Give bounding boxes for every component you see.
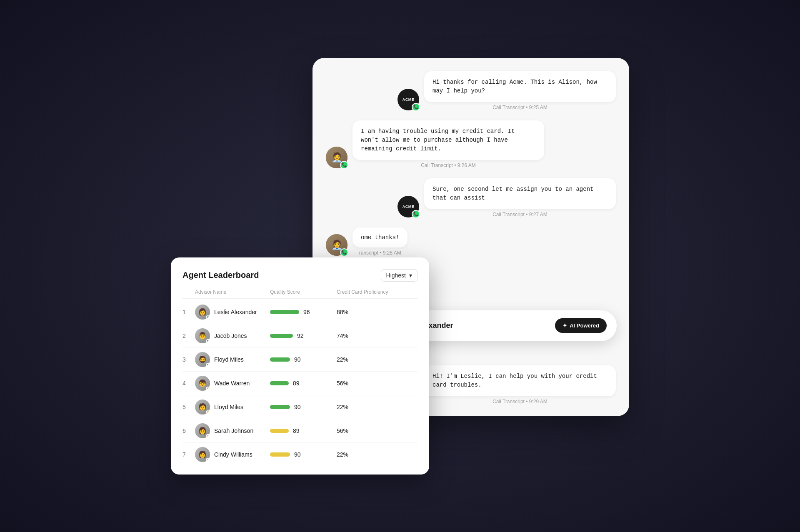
agent-rank-3: 3	[182, 356, 195, 363]
score-number-6: 89	[293, 427, 300, 434]
message-wrap-3: Sure, one second let me assign you to an…	[424, 178, 616, 217]
ai-powered-badge: ✦ AI Powered	[555, 318, 607, 333]
col-rank	[182, 289, 195, 295]
leaderboard-row: 7 👩 Cindy Williams 90 22%	[182, 443, 418, 466]
user-avatar-1: 🧑‍💼 📞	[326, 147, 348, 168]
message-wrap-4: ome thanks! ranscript • 9:28 AM	[352, 227, 408, 256]
col-score: Quality Score	[270, 289, 337, 295]
leaderboard-row: 1 👩 Leslie Alexander 96 88%	[182, 300, 418, 324]
agent-info-3: 🧔 Floyd Miles	[195, 352, 270, 367]
score-number-1: 96	[303, 309, 310, 315]
agent-name-1: Leslie Alexander	[214, 309, 257, 315]
score-number-3: 90	[294, 356, 301, 363]
agent-name-3: Floyd Miles	[214, 356, 244, 363]
message-wrap-1: Hi thanks for calling Acme. This is Alis…	[424, 71, 616, 110]
leaderboard-header: Agent Leaderboard Highest ▾	[182, 269, 418, 282]
score-cell-2: 92	[270, 332, 337, 339]
score-cell-3: 90	[270, 356, 337, 363]
leaderboard-row: 3 🧔 Floyd Miles 90 22%	[182, 348, 418, 372]
filter-label: Highest	[386, 272, 406, 279]
agent-rank-5: 5	[182, 404, 195, 410]
agent-status-dot-5	[206, 410, 210, 415]
proficiency-3: 22%	[337, 356, 403, 363]
message-row-2: 🧑‍💼 📞 I am having trouble using my credi…	[326, 120, 616, 168]
message-meta-3: Call Transcript • 9:27 AM	[424, 212, 616, 217]
ai-icon: ✦	[562, 322, 567, 329]
agent-info-1: 👩 Leslie Alexander	[195, 305, 270, 320]
score-bar-7	[270, 452, 290, 457]
agent-avatar-7: 👩	[195, 447, 210, 462]
agent-avatar-3: 🧔	[195, 352, 210, 367]
agent-name-4: Wade Warren	[214, 380, 250, 387]
agent-status-dot-3	[206, 363, 210, 367]
agent-rank-6: 6	[182, 427, 195, 434]
agent-avatar-2: 👨	[195, 328, 210, 343]
agent-avatar-6: 👩	[195, 423, 210, 438]
score-bar-3	[270, 357, 290, 362]
agent-status-dot-2	[206, 339, 210, 343]
agent-info-4: 👦 Wade Warren	[195, 376, 270, 391]
proficiency-6: 56%	[337, 427, 403, 434]
agent-name-6: Sarah Johnson	[214, 427, 253, 434]
agent-rank-7: 7	[182, 451, 195, 458]
message-meta-4: ranscript • 9:28 AM	[352, 250, 408, 256]
proficiency-1: 88%	[337, 309, 403, 315]
message-bubble-4-partial: ome thanks!	[352, 227, 408, 247]
message-row-4: 🧑‍💼 📞 ome thanks! ranscript • 9:28 AM	[326, 227, 616, 256]
col-proficiency: Credit Card Proficiency	[337, 289, 403, 295]
agent-info-2: 👨 Jacob Jones	[195, 328, 270, 343]
score-cell-4: 89	[270, 380, 337, 387]
acme-avatar-2: ACME 📞	[398, 196, 419, 217]
score-cell-5: 90	[270, 404, 337, 410]
agent-avatar-4: 👦	[195, 376, 210, 391]
score-bar-5	[270, 405, 290, 409]
leslie-message-bubble: Hi! I'm Leslie, I can help you with your…	[424, 365, 616, 396]
whatsapp-badge-3: 📞	[412, 210, 420, 218]
agent-name-2: Jacob Jones	[214, 332, 247, 339]
score-bar-2	[270, 334, 293, 338]
whatsapp-badge-1: 📞	[412, 103, 420, 111]
leslie-message-wrap: Hi! I'm Leslie, I can help you with your…	[424, 365, 616, 405]
message-row-1: Hi thanks for calling Acme. This is Alis…	[326, 71, 616, 110]
score-bar-1	[270, 310, 299, 314]
proficiency-2: 74%	[337, 332, 403, 339]
message-meta-2: Call Transcript • 9:26 AM	[352, 162, 544, 168]
leaderboard-row: 2 👨 Jacob Jones 92 74%	[182, 324, 418, 348]
message-wrap-2: I am having trouble using my credit card…	[352, 120, 544, 168]
proficiency-5: 22%	[337, 404, 403, 410]
agent-info-7: 👩 Cindy Williams	[195, 447, 270, 462]
leaderboard-rows: 1 👩 Leslie Alexander 96 88% 2 👨 Jacob Jo…	[182, 300, 418, 466]
whatsapp-badge-2: 📞	[340, 161, 348, 169]
col-advisor: Advisor Name	[195, 289, 270, 295]
leaderboard-panel: Agent Leaderboard Highest ▾ Advisor Name…	[171, 257, 429, 475]
score-number-5: 90	[294, 404, 301, 410]
agent-rank-1: 1	[182, 309, 195, 315]
message-meta-1: Call Transcript • 9:25 AM	[424, 105, 616, 110]
leslie-message-meta: Call Transcript • 9:29 AM	[424, 399, 616, 405]
message-bubble-2: I am having trouble using my credit card…	[352, 120, 544, 160]
leaderboard-row: 5 🧑 Lloyd Miles 90 22%	[182, 395, 418, 419]
message-row-3: Sure, one second let me assign you to an…	[326, 178, 616, 217]
leaderboard-row: 4 👦 Wade Warren 89 56%	[182, 372, 418, 395]
whatsapp-badge-4: 📞	[340, 248, 348, 257]
ai-badge-label: AI Powered	[570, 322, 599, 329]
score-number-4: 89	[293, 380, 300, 387]
agent-info-6: 👩 Sarah Johnson	[195, 423, 270, 438]
leaderboard-filter-dropdown[interactable]: Highest ▾	[381, 269, 418, 282]
agent-name-5: Lloyd Miles	[214, 404, 243, 410]
score-cell-6: 89	[270, 427, 337, 434]
acme-avatar-1: ACME 📞	[398, 89, 419, 110]
chat-messages: Hi thanks for calling Acme. This is Alis…	[326, 71, 616, 256]
agent-rank-2: 2	[182, 332, 195, 339]
agent-info-5: 🧑 Lloyd Miles	[195, 400, 270, 415]
scene: Hi thanks for calling Acme. This is Alis…	[171, 58, 629, 475]
message-bubble-3: Sure, one second let me assign you to an…	[424, 178, 616, 209]
agent-avatar-1: 👩	[195, 305, 210, 320]
score-bar-4	[270, 381, 289, 385]
agent-avatar-5: 🧑	[195, 400, 210, 415]
score-cell-7: 90	[270, 451, 337, 458]
score-bar-6	[270, 429, 289, 433]
proficiency-4: 56%	[337, 380, 403, 387]
leaderboard-title: Agent Leaderboard	[182, 270, 259, 280]
proficiency-7: 22%	[337, 451, 403, 458]
